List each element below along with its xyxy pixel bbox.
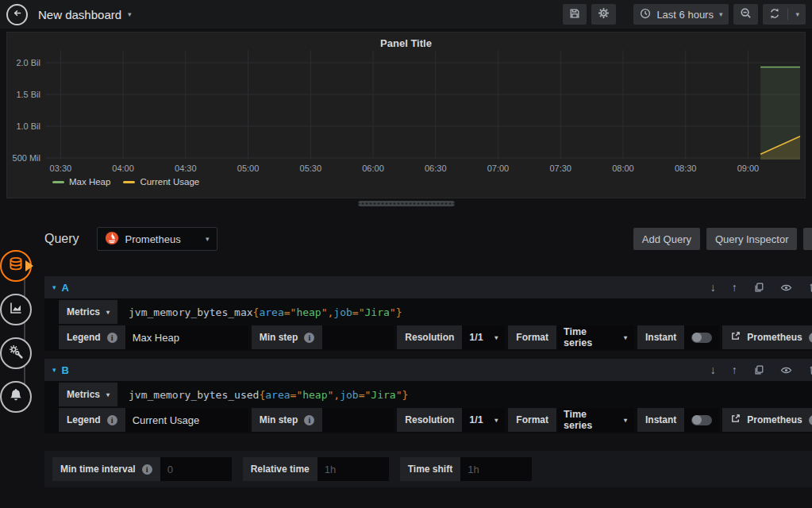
query-expression-input[interactable]: jvm_memory_bytes_used{area="heap",job="J… [129, 389, 408, 401]
query-b-header[interactable]: ▾ B ↓ ↑ [44, 359, 812, 381]
toggle-track [691, 415, 712, 425]
relative-time-label: Relative time [243, 457, 317, 481]
format-dropdown[interactable]: Time series▾ [556, 325, 634, 349]
panel-editor: Query Prometheus ▾ Add Query Query Inspe… [0, 210, 812, 508]
info-icon[interactable]: i [809, 333, 812, 343]
collapse-caret-icon[interactable]: ▾ [52, 283, 56, 291]
toggle-query-visibility-button[interactable] [780, 364, 792, 376]
toggle-knob [692, 415, 702, 425]
legend-series-color [123, 181, 135, 183]
query-inspector-button[interactable]: Query Inspector [706, 228, 798, 250]
min-time-interval-input[interactable] [160, 457, 232, 481]
refresh-interval-caret-icon[interactable]: ▾ [795, 10, 799, 18]
svg-text:04:30: 04:30 [175, 164, 197, 173]
help-button[interactable]: ? [803, 228, 812, 250]
format-field-label: Format [508, 408, 556, 432]
format-dropdown[interactable]: Time series▾ [556, 408, 634, 432]
legend-series-name: Current Usage [140, 177, 199, 187]
toggle-query-visibility-button[interactable] [780, 282, 792, 294]
query-section-header: Query Prometheus ▾ Add Query Query Inspe… [44, 227, 812, 251]
metrics-dropdown[interactable]: Metrics ▾ [59, 383, 117, 406]
legend-item[interactable]: Max Heap [52, 177, 110, 187]
delete-query-button[interactable] [808, 364, 812, 375]
duplicate-query-button[interactable] [753, 282, 764, 293]
legend-format-input[interactable] [125, 408, 248, 432]
min-step-input[interactable] [322, 408, 394, 432]
area-chart-icon [8, 300, 24, 319]
query-a-header[interactable]: ▾ A ↓ ↑ [44, 276, 812, 298]
min-time-interval-label: Min time intervali [52, 457, 160, 481]
duplicate-query-button[interactable] [753, 364, 764, 375]
dashboard-title-caret-icon[interactable]: ▾ [128, 10, 132, 18]
move-query-up-button[interactable]: ↑ [732, 281, 737, 294]
info-icon[interactable]: i [142, 464, 152, 475]
format-field-label: Format [508, 325, 556, 349]
tab-visualization[interactable] [0, 294, 32, 325]
time-range-caret-icon: ▾ [719, 10, 723, 18]
info-icon[interactable]: i [107, 333, 117, 343]
dashboard-title[interactable]: New dashboard [38, 8, 121, 21]
panel-title[interactable]: Panel Title [7, 33, 805, 48]
query-editor-content: Query Prometheus ▾ Add Query Query Inspe… [32, 210, 812, 508]
wrench-gear-icon [8, 344, 24, 363]
instant-field-label: Instant [637, 325, 684, 349]
collapse-caret-icon[interactable]: ▾ [52, 366, 56, 374]
caret-down-icon: ▾ [495, 417, 498, 424]
tab-queries[interactable] [0, 250, 32, 282]
back-button[interactable] [6, 4, 28, 25]
back-arrow-icon [12, 7, 22, 21]
metrics-dropdown[interactable]: Metrics ▾ [59, 300, 117, 324]
dashboard-settings-button[interactable] [591, 4, 616, 25]
legend-series-name: Max Heap [69, 177, 110, 187]
query-expression-input[interactable]: jvm_memory_bytes_max{area="heap",job="Ji… [129, 306, 402, 318]
info-icon[interactable]: i [809, 415, 812, 425]
add-query-button[interactable]: Add Query [633, 228, 700, 250]
info-icon[interactable]: i [304, 415, 314, 425]
legend-format-input[interactable] [125, 325, 248, 349]
save-icon [569, 8, 580, 21]
query-b-body: Metrics ▾ jvm_memory_bytes_used{area="he… [44, 381, 812, 433]
query-a-expr-row: Metrics ▾ jvm_memory_bytes_max{area="hea… [59, 300, 812, 324]
datasource-link[interactable]: Prometheus i [722, 325, 812, 349]
tab-alert[interactable] [0, 381, 32, 413]
instant-toggle[interactable] [684, 408, 719, 432]
gear-icon [598, 7, 610, 21]
datasource-picker[interactable]: Prometheus ▾ [97, 227, 217, 251]
caret-down-icon: ▾ [624, 334, 627, 341]
clock-icon [640, 8, 651, 21]
move-query-down-button[interactable]: ↓ [710, 364, 716, 376]
datasource-link[interactable]: Prometheus i [722, 408, 812, 432]
zoom-out-button[interactable] [733, 4, 758, 25]
info-icon[interactable]: i [304, 333, 314, 343]
query-a-body: Metrics ▾ jvm_memory_bytes_max{area="hea… [44, 298, 812, 351]
grafana-app: New dashboard ▾ Last 6 hours ▾ [0, 0, 812, 508]
button-divider [787, 9, 788, 20]
time-series-chart[interactable]: 500 Mil1.0 Bil1.5 Bil2.0 Bil03:3004:0004… [7, 48, 805, 177]
delete-query-button[interactable] [808, 282, 812, 293]
instant-field-label: Instant [637, 408, 684, 432]
move-query-up-button[interactable]: ↑ [732, 364, 737, 376]
instant-toggle[interactable] [684, 325, 719, 349]
svg-text:09:00: 09:00 [737, 164, 760, 173]
info-icon[interactable]: i [107, 415, 117, 425]
min-step-field-label: Min stepi [252, 325, 323, 349]
resolution-dropdown[interactable]: 1/1▾ [462, 408, 505, 432]
save-dashboard-button[interactable] [563, 4, 587, 25]
svg-text:06:30: 06:30 [425, 164, 447, 173]
move-query-down-button[interactable]: ↓ [710, 281, 716, 294]
relative-time-input[interactable] [317, 457, 389, 481]
min-step-field-label: Min stepi [252, 408, 323, 432]
panel-resize-handle[interactable] [358, 201, 455, 206]
resolution-dropdown[interactable]: 1/1▾ [462, 325, 505, 349]
database-icon [7, 256, 25, 276]
chart-legend: Max HeapCurrent Usage [52, 177, 805, 187]
time-shift-input[interactable] [460, 457, 532, 481]
refresh-button[interactable]: ▾ [763, 4, 806, 25]
min-step-input[interactable] [322, 325, 394, 349]
legend-item[interactable]: Current Usage [123, 177, 199, 187]
legend-field-label: Legendi [59, 325, 125, 349]
tab-general[interactable] [0, 337, 32, 369]
time-range-picker[interactable]: Last 6 hours ▾ [633, 4, 729, 25]
panel-editor-tabs [0, 210, 32, 508]
resolution-field-label: Resolution [397, 408, 462, 432]
